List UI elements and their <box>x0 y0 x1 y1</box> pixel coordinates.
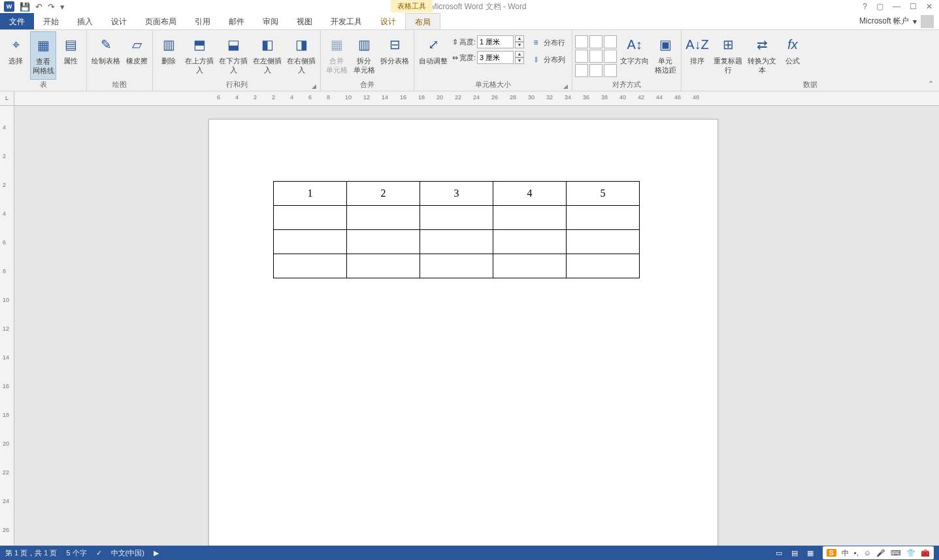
align-top-right[interactable] <box>604 35 617 48</box>
page-info[interactable]: 第 1 页，共 1 页 <box>5 548 57 558</box>
ime-keyboard-icon[interactable]: ⌨ <box>891 549 901 557</box>
cell-size-dialog-icon[interactable]: ◢ <box>563 83 568 90</box>
repeat-header-button[interactable]: ⊞ 重复标题行 <box>712 31 744 80</box>
proofing-icon[interactable]: ✓ <box>96 549 102 557</box>
table-cell[interactable] <box>274 230 347 254</box>
tab-insert[interactable]: 插入 <box>68 13 102 29</box>
height-up-icon[interactable]: ▲ <box>515 35 524 42</box>
print-layout-icon[interactable]: ▤ <box>791 549 798 557</box>
ime-toolbox-icon[interactable]: 🧰 <box>921 549 930 557</box>
redo-icon[interactable]: ↷ <box>48 2 55 12</box>
horizontal-ruler[interactable]: 6422468101214161820222426283032343638404… <box>14 91 939 106</box>
select-button[interactable]: ⌖ 选择 <box>3 31 29 80</box>
eraser-button[interactable]: ▱ 橡皮擦 <box>124 31 150 80</box>
language-status[interactable]: 中文(中国) <box>111 548 144 558</box>
table-cell[interactable] <box>493 254 567 278</box>
split-table-button[interactable]: ⊟ 拆分表格 <box>378 31 411 80</box>
formula-button[interactable]: fx 公式 <box>780 31 806 80</box>
align-bot-right[interactable] <box>604 64 617 77</box>
ime-logo-icon[interactable]: S <box>827 549 836 557</box>
view-gridlines-button[interactable]: ▦ 查看 网格线 <box>30 31 56 80</box>
align-top-left[interactable] <box>575 35 588 48</box>
save-icon[interactable]: 💾 <box>20 2 30 12</box>
table-row[interactable]: 12345 <box>274 182 640 206</box>
sort-button[interactable]: A↓Z 排序 <box>684 31 710 80</box>
ime-punct-icon[interactable]: •, <box>854 549 859 557</box>
page-area[interactable]: 12345 <box>14 106 939 546</box>
ime-skin-icon[interactable]: 👕 <box>906 549 915 557</box>
table-row[interactable] <box>274 254 640 278</box>
tab-table-layout[interactable]: 布局 <box>405 13 440 29</box>
tab-mailings[interactable]: 邮件 <box>220 13 254 29</box>
table-row[interactable] <box>274 206 640 230</box>
document-table[interactable]: 12345 <box>273 181 640 278</box>
ime-voice-icon[interactable]: 🎤 <box>876 549 885 557</box>
table-cell[interactable]: 5 <box>567 182 640 206</box>
ime-mode[interactable]: 中 <box>842 548 849 558</box>
table-row[interactable] <box>274 230 640 254</box>
width-input[interactable] <box>477 51 514 64</box>
table-cell[interactable]: 2 <box>347 182 420 206</box>
text-direction-button[interactable]: A↕ 文字方向 <box>618 31 651 80</box>
table-cell[interactable]: 4 <box>493 182 567 206</box>
table-cell[interactable] <box>420 230 493 254</box>
distribute-cols-button[interactable]: ⦀ 分布列 <box>528 52 568 67</box>
align-bot-left[interactable] <box>575 64 588 77</box>
word-count[interactable]: 5 个字 <box>66 548 86 558</box>
tab-page-layout[interactable]: 页面布局 <box>136 13 186 29</box>
insert-below-button[interactable]: ⬓ 在下方插入 <box>217 31 250 80</box>
table-cell[interactable] <box>567 254 640 278</box>
tab-design[interactable]: 设计 <box>102 13 136 29</box>
help-icon[interactable]: ? <box>863 2 867 11</box>
insert-left-button[interactable]: ◧ 在左侧插入 <box>251 31 284 80</box>
delete-button[interactable]: ▥ 删除 <box>156 31 182 80</box>
tab-file[interactable]: 文件 <box>0 13 34 29</box>
table-cell[interactable] <box>274 206 347 230</box>
align-mid-center[interactable] <box>589 50 602 63</box>
align-bot-center[interactable] <box>589 64 602 77</box>
align-top-center[interactable] <box>589 35 602 48</box>
tab-table-design[interactable]: 设计 <box>371 13 405 29</box>
ribbon-display-icon[interactable]: ▢ <box>876 2 883 11</box>
tab-developer[interactable]: 开发工具 <box>321 13 371 29</box>
split-cells-button[interactable]: ▥ 拆分 单元格 <box>351 31 377 80</box>
tab-review[interactable]: 审阅 <box>254 13 288 29</box>
draw-table-button[interactable]: ✎ 绘制表格 <box>90 31 122 80</box>
insert-above-button[interactable]: ⬒ 在上方插入 <box>183 31 216 80</box>
table-cell[interactable] <box>493 206 567 230</box>
properties-button[interactable]: ▤ 属性 <box>58 31 84 80</box>
table-cell[interactable] <box>274 254 347 278</box>
close-icon[interactable]: ✕ <box>926 2 932 11</box>
align-mid-left[interactable] <box>575 50 588 63</box>
tab-view[interactable]: 视图 <box>288 13 321 29</box>
vertical-ruler[interactable]: 422468101214161820222426 <box>0 106 14 546</box>
rows-cols-dialog-icon[interactable]: ◢ <box>312 83 316 90</box>
align-mid-right[interactable] <box>604 50 617 63</box>
tab-home[interactable]: 开始 <box>34 13 68 29</box>
height-down-icon[interactable]: ▼ <box>515 42 524 48</box>
tab-references[interactable]: 引用 <box>186 13 220 29</box>
table-cell[interactable] <box>347 254 420 278</box>
maximize-icon[interactable]: ☐ <box>910 2 917 11</box>
table-cell[interactable] <box>420 206 493 230</box>
width-up-icon[interactable]: ▲ <box>515 51 524 58</box>
table-cell[interactable] <box>567 206 640 230</box>
cell-margins-button[interactable]: ▣ 单元 格边距 <box>652 31 678 80</box>
ime-emoji-icon[interactable]: ☺ <box>864 549 871 557</box>
table-cell[interactable] <box>493 230 567 254</box>
table-cell[interactable] <box>347 206 420 230</box>
customize-qat-icon[interactable]: ▾ <box>60 2 65 12</box>
table-cell[interactable] <box>347 230 420 254</box>
macro-icon[interactable]: ▶ <box>154 549 159 557</box>
table-cell[interactable] <box>420 254 493 278</box>
collapse-ribbon-icon[interactable]: ⌃ <box>928 80 934 88</box>
account-menu[interactable]: Microsoft 帐户 ▾ <box>854 13 939 29</box>
width-down-icon[interactable]: ▼ <box>515 58 524 64</box>
table-cell[interactable]: 1 <box>274 182 347 206</box>
distribute-rows-button[interactable]: ≡ 分布行 <box>528 35 568 50</box>
insert-right-button[interactable]: ◨ 在右侧插入 <box>285 31 318 80</box>
table-cell[interactable] <box>567 230 640 254</box>
height-input[interactable] <box>477 35 514 48</box>
minimize-icon[interactable]: — <box>893 2 900 11</box>
table-cell[interactable]: 3 <box>420 182 493 206</box>
